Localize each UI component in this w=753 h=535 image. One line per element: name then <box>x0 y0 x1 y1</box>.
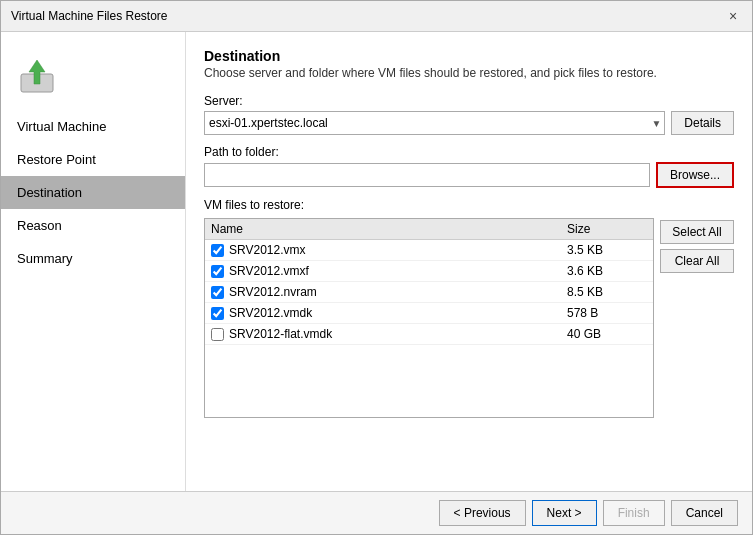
section-subtitle: Choose server and folder where VM files … <box>204 66 734 80</box>
sidebar-item-virtual-machine[interactable]: Virtual Machine <box>1 110 185 143</box>
file-size-1: 3.5 KB <box>567 243 647 257</box>
file-checkbox-4[interactable] <box>211 307 224 320</box>
path-input[interactable] <box>204 163 650 187</box>
file-action-buttons: Select All Clear All <box>660 218 734 418</box>
vm-files-section: VM files to restore: Name Size SRV2012.v… <box>204 198 734 418</box>
file-name-5: SRV2012-flat.vmdk <box>229 327 332 341</box>
title-bar: Virtual Machine Files Restore × <box>1 1 752 32</box>
main-content: Destination Choose server and folder whe… <box>186 32 752 491</box>
vm-files-table: Name Size SRV2012.vmx 3.5 KB <box>204 218 654 418</box>
server-form-row: Server: esxi-01.xpertstec.local ▼ Detail… <box>204 94 734 135</box>
table-cell-name: SRV2012.vmx <box>211 243 567 257</box>
sidebar-header <box>1 42 185 106</box>
sidebar-item-summary[interactable]: Summary <box>1 242 185 275</box>
file-checkbox-1[interactable] <box>211 244 224 257</box>
file-name-3: SRV2012.nvram <box>229 285 317 299</box>
table-cell-name: SRV2012.vmxf <box>211 264 567 278</box>
path-form-row: Path to folder: Browse... <box>204 145 734 188</box>
select-all-button[interactable]: Select All <box>660 220 734 244</box>
dialog-footer: < Previous Next > Finish Cancel <box>1 491 752 534</box>
sidebar: Virtual Machine Restore Point Destinatio… <box>1 32 186 491</box>
close-button[interactable]: × <box>724 7 742 25</box>
sidebar-item-destination[interactable]: Destination <box>1 176 185 209</box>
path-input-row: Browse... <box>204 162 734 188</box>
file-size-5: 40 GB <box>567 327 647 341</box>
col-size-header: Size <box>567 222 647 236</box>
file-name-1: SRV2012.vmx <box>229 243 305 257</box>
table-cell-name: SRV2012.nvram <box>211 285 567 299</box>
sidebar-item-restore-point[interactable]: Restore Point <box>1 143 185 176</box>
sidebar-item-reason[interactable]: Reason <box>1 209 185 242</box>
next-button[interactable]: Next > <box>532 500 597 526</box>
cancel-button[interactable]: Cancel <box>671 500 738 526</box>
file-name-4: SRV2012.vmdk <box>229 306 312 320</box>
clear-all-button[interactable]: Clear All <box>660 249 734 273</box>
file-size-4: 578 B <box>567 306 647 320</box>
table-header: Name Size <box>205 219 653 240</box>
table-row: SRV2012.vmdk 578 B <box>205 303 653 324</box>
sidebar-nav: Virtual Machine Restore Point Destinatio… <box>1 110 185 275</box>
file-checkbox-5[interactable] <box>211 328 224 341</box>
file-size-2: 3.6 KB <box>567 264 647 278</box>
col-name-header: Name <box>211 222 567 236</box>
table-cell-name: SRV2012.vmdk <box>211 306 567 320</box>
section-header: Destination Choose server and folder whe… <box>204 48 734 80</box>
destination-icon <box>17 56 57 96</box>
finish-button[interactable]: Finish <box>603 500 665 526</box>
server-select-wrapper: esxi-01.xpertstec.local ▼ <box>204 111 665 135</box>
file-name-2: SRV2012.vmxf <box>229 264 309 278</box>
dialog-window: Virtual Machine Files Restore × Virtual … <box>0 0 753 535</box>
vm-files-label: VM files to restore: <box>204 198 734 212</box>
table-row: SRV2012-flat.vmdk 40 GB <box>205 324 653 345</box>
browse-button[interactable]: Browse... <box>656 162 734 188</box>
details-button[interactable]: Details <box>671 111 734 135</box>
dialog-body: Virtual Machine Restore Point Destinatio… <box>1 32 752 491</box>
table-row: SRV2012.vmxf 3.6 KB <box>205 261 653 282</box>
server-input-row: esxi-01.xpertstec.local ▼ Details <box>204 111 734 135</box>
table-cell-name: SRV2012-flat.vmdk <box>211 327 567 341</box>
vm-files-container: Name Size SRV2012.vmx 3.5 KB <box>204 218 734 418</box>
dialog-title: Virtual Machine Files Restore <box>11 9 168 23</box>
previous-button[interactable]: < Previous <box>439 500 526 526</box>
server-label: Server: <box>204 94 734 108</box>
file-checkbox-2[interactable] <box>211 265 224 278</box>
table-row: SRV2012.vmx 3.5 KB <box>205 240 653 261</box>
file-checkbox-3[interactable] <box>211 286 224 299</box>
table-row: SRV2012.nvram 8.5 KB <box>205 282 653 303</box>
server-select[interactable]: esxi-01.xpertstec.local <box>204 111 665 135</box>
file-size-3: 8.5 KB <box>567 285 647 299</box>
path-label: Path to folder: <box>204 145 734 159</box>
section-title: Destination <box>204 48 734 64</box>
